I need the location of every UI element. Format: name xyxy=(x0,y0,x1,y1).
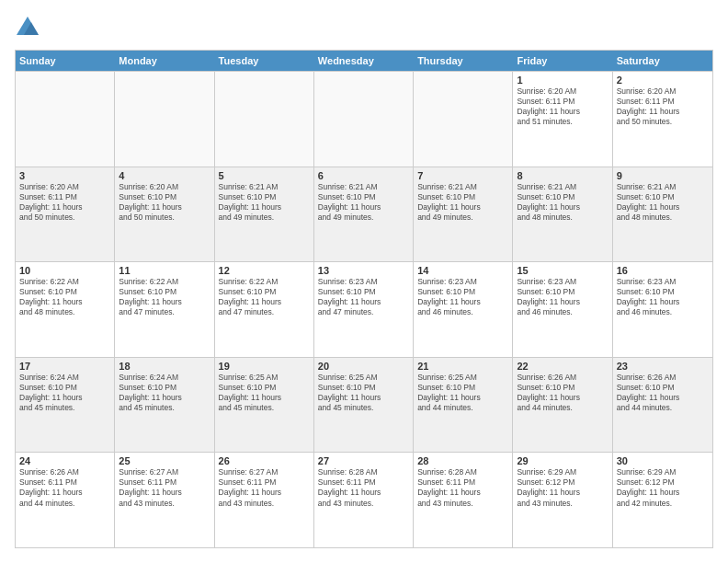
day-cell-1: 1Sunrise: 6:20 AM Sunset: 6:11 PM Daylig… xyxy=(513,72,612,167)
day-cell-28: 28Sunrise: 6:28 AM Sunset: 6:11 PM Dayli… xyxy=(414,453,513,547)
day-cell-29: 29Sunrise: 6:29 AM Sunset: 6:12 PM Dayli… xyxy=(513,453,612,547)
day-number: 4 xyxy=(119,170,210,181)
day-number: 14 xyxy=(417,265,508,276)
logo xyxy=(15,15,44,40)
day-cell-22: 22Sunrise: 6:26 AM Sunset: 6:10 PM Dayli… xyxy=(513,358,612,453)
day-cell-4: 4Sunrise: 6:20 AM Sunset: 6:10 PM Daylig… xyxy=(115,167,214,262)
day-cell-24: 24Sunrise: 6:26 AM Sunset: 6:11 PM Dayli… xyxy=(16,453,115,547)
day-cell-14: 14Sunrise: 6:23 AM Sunset: 6:10 PM Dayli… xyxy=(414,262,513,357)
day-cell-2: 2Sunrise: 6:20 AM Sunset: 6:11 PM Daylig… xyxy=(613,72,712,167)
day-cell-6: 6Sunrise: 6:21 AM Sunset: 6:10 PM Daylig… xyxy=(314,167,414,262)
day-cell-15: 15Sunrise: 6:23 AM Sunset: 6:10 PM Dayli… xyxy=(513,262,612,357)
day-number: 10 xyxy=(19,265,110,276)
day-number: 6 xyxy=(318,170,409,181)
day-info: Sunrise: 6:24 AM Sunset: 6:10 PM Dayligh… xyxy=(119,373,210,413)
day-number: 23 xyxy=(617,361,709,372)
header-day-monday: Monday xyxy=(115,51,214,71)
day-cell-7: 7Sunrise: 6:21 AM Sunset: 6:10 PM Daylig… xyxy=(414,167,513,262)
day-cell-18: 18Sunrise: 6:24 AM Sunset: 6:10 PM Dayli… xyxy=(115,358,214,453)
day-number: 3 xyxy=(19,170,110,181)
day-info: Sunrise: 6:21 AM Sunset: 6:10 PM Dayligh… xyxy=(617,182,709,223)
day-number: 7 xyxy=(417,170,508,181)
day-number: 16 xyxy=(617,265,709,276)
day-info: Sunrise: 6:25 AM Sunset: 6:10 PM Dayligh… xyxy=(318,373,409,413)
day-info: Sunrise: 6:20 AM Sunset: 6:11 PM Dayligh… xyxy=(617,86,709,127)
header-day-tuesday: Tuesday xyxy=(215,51,314,71)
day-cell-27: 27Sunrise: 6:28 AM Sunset: 6:11 PM Dayli… xyxy=(314,453,414,547)
header-day-saturday: Saturday xyxy=(613,51,712,71)
day-cell-3: 3Sunrise: 6:20 AM Sunset: 6:11 PM Daylig… xyxy=(16,167,115,262)
week-row-4: 17Sunrise: 6:24 AM Sunset: 6:10 PM Dayli… xyxy=(16,357,712,453)
day-cell-5: 5Sunrise: 6:21 AM Sunset: 6:10 PM Daylig… xyxy=(215,167,314,262)
day-cell-17: 17Sunrise: 6:24 AM Sunset: 6:10 PM Dayli… xyxy=(16,358,115,453)
day-cell-16: 16Sunrise: 6:23 AM Sunset: 6:10 PM Dayli… xyxy=(613,262,712,357)
day-info: Sunrise: 6:20 AM Sunset: 6:11 PM Dayligh… xyxy=(517,86,608,127)
day-cell-23: 23Sunrise: 6:26 AM Sunset: 6:10 PM Dayli… xyxy=(613,358,712,453)
day-number: 9 xyxy=(617,170,709,181)
day-number: 29 xyxy=(517,455,608,466)
week-row-5: 24Sunrise: 6:26 AM Sunset: 6:11 PM Dayli… xyxy=(16,452,712,547)
day-cell-11: 11Sunrise: 6:22 AM Sunset: 6:10 PM Dayli… xyxy=(115,262,214,357)
day-info: Sunrise: 6:22 AM Sunset: 6:10 PM Dayligh… xyxy=(119,277,210,317)
day-info: Sunrise: 6:23 AM Sunset: 6:10 PM Dayligh… xyxy=(517,277,608,317)
empty-cell xyxy=(16,72,115,167)
day-info: Sunrise: 6:22 AM Sunset: 6:10 PM Dayligh… xyxy=(19,277,110,317)
day-info: Sunrise: 6:21 AM Sunset: 6:10 PM Dayligh… xyxy=(517,182,608,223)
day-info: Sunrise: 6:22 AM Sunset: 6:10 PM Dayligh… xyxy=(219,277,310,317)
day-number: 25 xyxy=(119,455,210,466)
day-info: Sunrise: 6:28 AM Sunset: 6:11 PM Dayligh… xyxy=(417,467,508,508)
day-cell-13: 13Sunrise: 6:23 AM Sunset: 6:10 PM Dayli… xyxy=(314,262,414,357)
header-day-sunday: Sunday xyxy=(16,51,115,71)
empty-cell xyxy=(115,72,214,167)
calendar: SundayMondayTuesdayWednesdayThursdayFrid… xyxy=(15,50,713,548)
day-number: 27 xyxy=(318,455,409,466)
day-cell-20: 20Sunrise: 6:25 AM Sunset: 6:10 PM Dayli… xyxy=(314,358,414,453)
day-cell-9: 9Sunrise: 6:21 AM Sunset: 6:10 PM Daylig… xyxy=(613,167,712,262)
logo-icon xyxy=(15,15,40,40)
day-cell-19: 19Sunrise: 6:25 AM Sunset: 6:10 PM Dayli… xyxy=(215,358,314,453)
day-number: 18 xyxy=(119,361,210,372)
day-number: 1 xyxy=(517,75,608,86)
day-info: Sunrise: 6:20 AM Sunset: 6:10 PM Dayligh… xyxy=(119,182,210,223)
week-row-2: 3Sunrise: 6:20 AM Sunset: 6:11 PM Daylig… xyxy=(16,167,712,262)
day-cell-12: 12Sunrise: 6:22 AM Sunset: 6:10 PM Dayli… xyxy=(215,262,314,357)
week-row-3: 10Sunrise: 6:22 AM Sunset: 6:10 PM Dayli… xyxy=(16,261,712,357)
day-info: Sunrise: 6:26 AM Sunset: 6:11 PM Dayligh… xyxy=(19,467,110,508)
day-info: Sunrise: 6:23 AM Sunset: 6:10 PM Dayligh… xyxy=(617,277,709,317)
day-info: Sunrise: 6:21 AM Sunset: 6:10 PM Dayligh… xyxy=(219,182,310,223)
day-number: 15 xyxy=(517,265,608,276)
header xyxy=(15,15,713,40)
day-number: 8 xyxy=(517,170,608,181)
day-info: Sunrise: 6:26 AM Sunset: 6:10 PM Dayligh… xyxy=(617,373,709,413)
day-info: Sunrise: 6:25 AM Sunset: 6:10 PM Dayligh… xyxy=(417,373,508,413)
header-day-friday: Friday xyxy=(513,51,612,71)
day-info: Sunrise: 6:20 AM Sunset: 6:11 PM Dayligh… xyxy=(19,182,110,223)
day-number: 2 xyxy=(617,75,709,86)
day-number: 5 xyxy=(219,170,310,181)
day-info: Sunrise: 6:29 AM Sunset: 6:12 PM Dayligh… xyxy=(617,467,709,508)
day-cell-26: 26Sunrise: 6:27 AM Sunset: 6:11 PM Dayli… xyxy=(215,453,314,547)
empty-cell xyxy=(314,72,414,167)
page: SundayMondayTuesdayWednesdayThursdayFrid… xyxy=(0,0,728,563)
day-number: 22 xyxy=(517,361,608,372)
day-number: 28 xyxy=(417,455,508,466)
header-day-thursday: Thursday xyxy=(414,51,513,71)
day-number: 30 xyxy=(617,455,709,466)
day-cell-21: 21Sunrise: 6:25 AM Sunset: 6:10 PM Dayli… xyxy=(414,358,513,453)
day-number: 19 xyxy=(219,361,310,372)
day-number: 11 xyxy=(119,265,210,276)
day-info: Sunrise: 6:21 AM Sunset: 6:10 PM Dayligh… xyxy=(417,182,508,223)
day-cell-30: 30Sunrise: 6:29 AM Sunset: 6:12 PM Dayli… xyxy=(613,453,712,547)
day-number: 21 xyxy=(417,361,508,372)
day-info: Sunrise: 6:23 AM Sunset: 6:10 PM Dayligh… xyxy=(318,277,409,317)
day-info: Sunrise: 6:21 AM Sunset: 6:10 PM Dayligh… xyxy=(318,182,409,223)
day-info: Sunrise: 6:23 AM Sunset: 6:10 PM Dayligh… xyxy=(417,277,508,317)
calendar-body: 1Sunrise: 6:20 AM Sunset: 6:11 PM Daylig… xyxy=(16,71,712,547)
day-info: Sunrise: 6:26 AM Sunset: 6:10 PM Dayligh… xyxy=(517,373,608,413)
week-row-1: 1Sunrise: 6:20 AM Sunset: 6:11 PM Daylig… xyxy=(16,71,712,167)
day-number: 12 xyxy=(219,265,310,276)
header-day-wednesday: Wednesday xyxy=(314,51,414,71)
day-info: Sunrise: 6:27 AM Sunset: 6:11 PM Dayligh… xyxy=(219,467,310,508)
day-cell-10: 10Sunrise: 6:22 AM Sunset: 6:10 PM Dayli… xyxy=(16,262,115,357)
day-info: Sunrise: 6:25 AM Sunset: 6:10 PM Dayligh… xyxy=(219,373,310,413)
